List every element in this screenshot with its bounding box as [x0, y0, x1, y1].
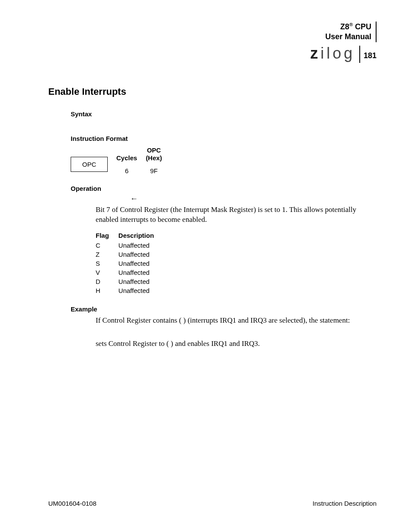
- product-line-2: User Manual: [325, 32, 371, 42]
- flag-row: C Unaffected: [96, 241, 163, 250]
- flag-row: Z Unaffected: [96, 250, 163, 259]
- flag-code: S: [96, 259, 118, 268]
- operation-section: Operation: [71, 185, 367, 192]
- opc-hex-header-l2: (Hex): [146, 154, 162, 162]
- header-title-block: Z8® CPU User Manual: [325, 22, 377, 42]
- flag-desc: Unaffected: [118, 277, 164, 286]
- example-body: If Control Register contains ( ) (interr…: [96, 315, 367, 349]
- example-line-2: sets Control Register to ( ) and enables…: [96, 339, 367, 349]
- flag-code: V: [96, 268, 118, 277]
- product-suffix: CPU: [353, 22, 371, 31]
- product-line-1: Z8® CPU: [325, 22, 371, 32]
- flag-row: V Unaffected: [96, 268, 163, 277]
- product-name: Z8: [340, 22, 349, 31]
- syntax-section: Syntax: [71, 110, 367, 118]
- registered-mark: ®: [349, 22, 353, 27]
- example-line-1: If Control Register contains ( ) (interr…: [96, 315, 367, 326]
- cycles-header: Cycles: [116, 145, 137, 162]
- cycles-column: Cycles 6: [116, 145, 137, 174]
- format-table: OPC Cycles 6 OPC (Hex) 9F: [71, 145, 367, 174]
- flag-code: D: [96, 277, 118, 286]
- flags-header-flag: Flag: [96, 231, 118, 241]
- flags-header-desc: Description: [118, 231, 164, 241]
- flag-code: C: [96, 241, 118, 250]
- flags-header-row: Flag Description: [96, 231, 163, 241]
- example-label: Example: [71, 305, 367, 313]
- opc-hex-header-l1: OPC: [146, 146, 162, 154]
- page-number: 181: [364, 51, 377, 63]
- opc-hex-header: OPC (Hex): [146, 145, 162, 162]
- syntax-label: Syntax: [71, 110, 367, 118]
- instruction-format-section: Instruction Format: [71, 135, 367, 142]
- operation-label: Operation: [71, 185, 367, 192]
- flag-desc: Unaffected: [118, 250, 164, 259]
- flags-table: Flag Description C Unaffected Z Unaffect…: [96, 231, 163, 295]
- flag-code: Z: [96, 250, 118, 259]
- operation-text: Bit 7 of Control Register (the Interrupt…: [96, 205, 367, 225]
- instruction-format-label: Instruction Format: [71, 135, 367, 142]
- flag-row: H Unaffected: [96, 286, 163, 295]
- opc-hex-column: OPC (Hex) 9F: [146, 145, 162, 174]
- page: Z8® CPU User Manual zilog 181 Enable Int…: [0, 0, 411, 532]
- footer-left: UM001604-0108: [48, 500, 97, 507]
- flag-code: H: [96, 286, 118, 295]
- content-area: Enable Interrupts Syntax Instruction For…: [48, 86, 367, 348]
- flag-desc: Unaffected: [118, 268, 164, 277]
- operation-body: ← Bit 7 of Control Register (the Interru…: [96, 195, 367, 295]
- page-title: Enable Interrupts: [48, 86, 367, 97]
- footer-right: Instruction Description: [313, 500, 377, 507]
- opc-hex-value: 9F: [150, 167, 158, 174]
- zilog-logo: zilog: [310, 46, 360, 63]
- flag-desc: Unaffected: [118, 241, 164, 250]
- flag-row: D Unaffected: [96, 277, 163, 286]
- flag-desc: Unaffected: [118, 286, 164, 295]
- opc-box: OPC: [71, 157, 108, 172]
- logo-row: zilog 181: [310, 46, 377, 63]
- flag-desc: Unaffected: [118, 259, 164, 268]
- page-header: Z8® CPU User Manual zilog 181: [310, 22, 377, 63]
- left-arrow-icon: ←: [130, 195, 367, 202]
- page-footer: UM001604-0108 Instruction Description: [48, 500, 377, 507]
- cycles-value: 6: [125, 167, 128, 174]
- flag-row: S Unaffected: [96, 259, 163, 268]
- example-section: Example: [71, 305, 367, 313]
